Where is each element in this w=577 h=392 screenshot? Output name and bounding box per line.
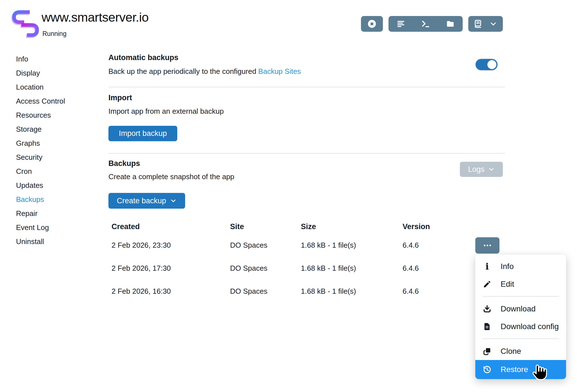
create-backup-button-label: Create backup [117, 197, 166, 205]
cell-site: DO Spaces [230, 264, 301, 273]
download-icon [482, 305, 492, 313]
docs-button[interactable] [470, 16, 486, 32]
menu-item-label: Download [501, 304, 536, 313]
pencil-icon [482, 280, 492, 288]
cell-site: DO Spaces [230, 287, 301, 296]
toggle-knob [487, 60, 496, 69]
ellipsis-icon [483, 241, 492, 250]
cell-site: DO Spaces [230, 241, 301, 250]
menu-item-download[interactable]: Download [475, 300, 566, 318]
cell-size: 1.68 kB - 1 file(s) [301, 287, 403, 296]
sidebar-nav: Info Display Location Access Control Res… [16, 52, 92, 249]
cell-size: 1.68 kB - 1 file(s) [301, 241, 403, 250]
sidebar-item-repair[interactable]: Repair [16, 206, 92, 220]
menu-item-clone[interactable]: Clone [475, 342, 566, 360]
restore-icon [482, 365, 492, 374]
table-header-size: Size [301, 222, 403, 231]
table-row: 2 Feb 2026, 16:30 DO Spaces 1.68 kB - 1 … [108, 280, 503, 303]
menu-divider [482, 339, 559, 339]
toolbar-group-docs [468, 16, 503, 32]
stop-button[interactable] [361, 16, 383, 32]
table-row: 2 Feb 2026, 23:30 DO Spaces 1.68 kB - 1 … [108, 234, 503, 257]
files-button[interactable] [438, 16, 463, 32]
backups-title: Backups [108, 159, 140, 168]
clone-icon [482, 347, 492, 355]
sidebar-item-location[interactable]: Location [16, 80, 92, 94]
section-divider [108, 153, 505, 154]
sidebar-item-graphs[interactable]: Graphs [16, 136, 92, 150]
table-header-site: Site [230, 222, 301, 231]
sidebar-item-resources[interactable]: Resources [16, 108, 92, 122]
import-backup-button-label: Import backup [119, 129, 167, 138]
table-row: 2 Feb 2026, 17:30 DO Spaces 1.68 kB - 1 … [108, 257, 503, 280]
menu-item-restore[interactable]: Restore [475, 360, 566, 379]
book-icon [473, 19, 482, 28]
table-header-created: Created [112, 222, 230, 231]
create-backup-button[interactable]: Create backup [108, 193, 185, 209]
logs-icon [396, 19, 405, 28]
sidebar-item-access-control[interactable]: Access Control [16, 94, 92, 108]
auto-backups-title: Automatic backups [108, 53, 178, 62]
docs-menu-button[interactable] [486, 16, 501, 32]
logs-dropdown-label: Logs [468, 165, 485, 174]
backups-description: Create a complete snapshot of the app [108, 172, 234, 181]
terminal-button[interactable] [413, 16, 438, 32]
menu-item-label: Edit [501, 280, 514, 289]
auto-backups-description: Back up the app periodically to the conf… [108, 67, 301, 76]
chevron-down-icon [170, 197, 177, 204]
stop-icon [367, 19, 377, 29]
chevron-down-icon [488, 166, 495, 173]
page-title: www.smartserver.io [42, 10, 149, 25]
menu-item-label: Clone [501, 347, 521, 356]
cell-created: 2 Feb 2026, 17:30 [112, 264, 230, 273]
toolbar-group-tools [389, 16, 463, 32]
sidebar-item-backups[interactable]: Backups [16, 192, 92, 206]
import-title: Import [108, 94, 132, 102]
app-logo-icon [11, 8, 40, 39]
logs-dropdown-button[interactable]: Logs [460, 162, 503, 177]
sidebar-item-updates[interactable]: Updates [16, 178, 92, 192]
logs-button[interactable] [389, 16, 413, 32]
menu-item-label: Restore [501, 365, 528, 374]
menu-item-edit[interactable]: Edit [475, 275, 566, 293]
sidebar-item-info[interactable]: Info [16, 52, 92, 66]
import-description: Import app from an external backup [108, 107, 224, 116]
app-settings-page: www.smartserver.io Running [0, 0, 577, 392]
info-icon: i [482, 262, 492, 271]
sidebar-item-cron[interactable]: Cron [16, 164, 92, 178]
file-icon [482, 322, 492, 331]
folder-icon [446, 19, 455, 28]
backup-actions-menu: i Info Edit Download [475, 255, 566, 379]
toolbar-group-power [361, 16, 383, 32]
import-backup-button[interactable]: Import backup [108, 126, 177, 141]
table-header-row: Created Site Size Version [108, 220, 503, 234]
sidebar-item-uninstall[interactable]: Uninstall [16, 234, 92, 249]
toolbar [361, 16, 503, 32]
auto-backups-description-text: Back up the app periodically to the conf… [108, 67, 256, 76]
status-label: Running [42, 30, 67, 38]
terminal-icon [421, 19, 430, 28]
cell-created: 2 Feb 2026, 16:30 [112, 287, 230, 296]
menu-item-download-config[interactable]: Download config [475, 318, 566, 335]
menu-item-label: Download config [501, 322, 559, 331]
sidebar-item-event-log[interactable]: Event Log [16, 220, 92, 234]
table-header-version: Version [403, 222, 503, 231]
backup-sites-link[interactable]: Backup Sites [258, 67, 301, 76]
row-actions-button[interactable] [475, 237, 499, 254]
menu-item-info[interactable]: i Info [475, 257, 566, 275]
sidebar-item-display[interactable]: Display [16, 66, 92, 80]
auto-backups-toggle[interactable] [476, 59, 498, 70]
cell-size: 1.68 kB - 1 file(s) [301, 264, 403, 273]
sidebar-item-storage[interactable]: Storage [16, 122, 92, 136]
cell-created: 2 Feb 2026, 23:30 [112, 241, 230, 250]
backups-table: Created Site Size Version 2 Feb 2026, 23… [108, 220, 503, 303]
menu-divider [482, 296, 559, 297]
menu-item-label: Info [501, 262, 514, 271]
chevron-down-icon [489, 20, 497, 28]
sidebar-item-security[interactable]: Security [16, 150, 92, 164]
section-divider [108, 87, 505, 87]
